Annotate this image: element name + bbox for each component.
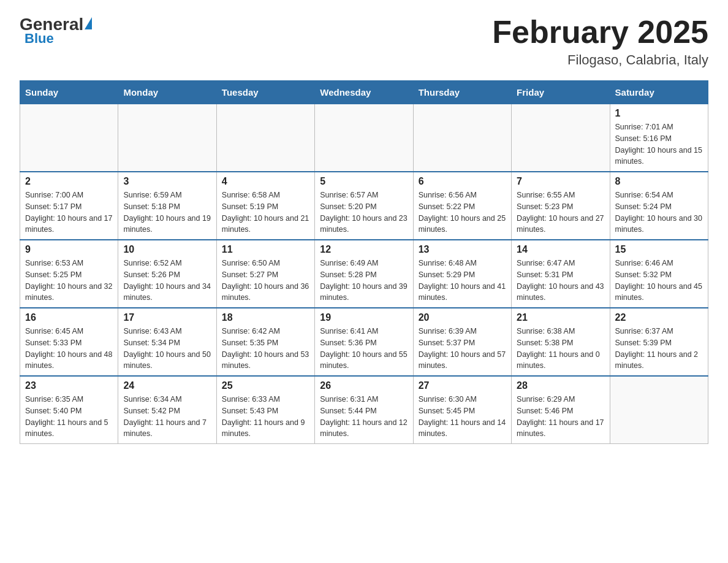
day-number: 12	[320, 244, 408, 255]
calendar-day-cell: 21Sunrise: 6:38 AMSunset: 5:38 PMDayligh…	[512, 308, 610, 376]
day-number: 13	[419, 244, 506, 255]
day-number: 4	[222, 176, 309, 187]
day-info: Sunrise: 6:31 AMSunset: 5:44 PMDaylight:…	[320, 394, 408, 440]
calendar-day-cell: 5Sunrise: 6:57 AMSunset: 5:20 PMDaylight…	[315, 172, 413, 240]
day-info: Sunrise: 6:56 AMSunset: 5:22 PMDaylight:…	[419, 190, 506, 236]
day-info: Sunrise: 6:48 AMSunset: 5:29 PMDaylight:…	[419, 258, 506, 304]
calendar-day-cell	[512, 104, 610, 172]
calendar-day-cell: 1Sunrise: 7:01 AMSunset: 5:16 PMDaylight…	[610, 104, 708, 172]
calendar-day-cell: 11Sunrise: 6:50 AMSunset: 5:27 PMDayligh…	[216, 240, 314, 308]
day-of-week-header: Thursday	[413, 81, 511, 104]
calendar-day-cell: 18Sunrise: 6:42 AMSunset: 5:35 PMDayligh…	[216, 308, 314, 376]
day-number: 10	[123, 244, 211, 255]
calendar-day-cell: 16Sunrise: 6:45 AMSunset: 5:33 PMDayligh…	[20, 308, 118, 376]
calendar-day-cell: 12Sunrise: 6:49 AMSunset: 5:28 PMDayligh…	[315, 240, 413, 308]
day-of-week-header: Sunday	[20, 81, 118, 104]
day-of-week-header: Saturday	[610, 81, 708, 104]
calendar-day-cell	[610, 376, 708, 444]
calendar-table: SundayMondayTuesdayWednesdayThursdayFrid…	[20, 80, 708, 444]
calendar-day-cell: 2Sunrise: 7:00 AMSunset: 5:17 PMDaylight…	[20, 172, 118, 240]
calendar-day-cell	[413, 104, 511, 172]
day-info: Sunrise: 6:50 AMSunset: 5:27 PMDaylight:…	[222, 258, 309, 304]
calendar-day-cell	[118, 104, 216, 172]
day-info: Sunrise: 7:00 AMSunset: 5:17 PMDaylight:…	[25, 190, 113, 236]
month-title: February 2025	[492, 15, 708, 50]
day-info: Sunrise: 6:47 AMSunset: 5:31 PMDaylight:…	[517, 258, 604, 304]
calendar-day-cell: 17Sunrise: 6:43 AMSunset: 5:34 PMDayligh…	[118, 308, 216, 376]
calendar-day-cell: 19Sunrise: 6:41 AMSunset: 5:36 PMDayligh…	[315, 308, 413, 376]
day-number: 16	[25, 312, 113, 323]
calendar-day-cell: 14Sunrise: 6:47 AMSunset: 5:31 PMDayligh…	[512, 240, 610, 308]
day-info: Sunrise: 6:46 AMSunset: 5:32 PMDaylight:…	[615, 258, 703, 304]
day-info: Sunrise: 6:49 AMSunset: 5:28 PMDaylight:…	[320, 258, 408, 304]
calendar-day-cell: 7Sunrise: 6:55 AMSunset: 5:23 PMDaylight…	[512, 172, 610, 240]
day-number: 20	[419, 312, 506, 323]
calendar-day-cell	[216, 104, 314, 172]
day-number: 27	[419, 380, 506, 391]
calendar-day-cell: 23Sunrise: 6:35 AMSunset: 5:40 PMDayligh…	[20, 376, 118, 444]
day-of-week-header: Monday	[118, 81, 216, 104]
logo-blue: Blue	[25, 31, 54, 47]
calendar-week-row: 23Sunrise: 6:35 AMSunset: 5:40 PMDayligh…	[20, 376, 708, 444]
day-number: 18	[222, 312, 309, 323]
day-number: 21	[517, 312, 604, 323]
logo: General Blue	[20, 15, 92, 47]
day-number: 19	[320, 312, 408, 323]
calendar-day-cell: 10Sunrise: 6:52 AMSunset: 5:26 PMDayligh…	[118, 240, 216, 308]
day-info: Sunrise: 7:01 AMSunset: 5:16 PMDaylight:…	[615, 121, 703, 167]
calendar-day-cell: 22Sunrise: 6:37 AMSunset: 5:39 PMDayligh…	[610, 308, 708, 376]
title-block: February 2025 Filogaso, Calabria, Italy	[492, 15, 708, 68]
day-info: Sunrise: 6:43 AMSunset: 5:34 PMDaylight:…	[123, 326, 211, 372]
day-info: Sunrise: 6:54 AMSunset: 5:24 PMDaylight:…	[615, 190, 703, 236]
calendar-week-row: 1Sunrise: 7:01 AMSunset: 5:16 PMDaylight…	[20, 104, 708, 172]
day-number: 22	[615, 312, 703, 323]
day-number: 14	[517, 244, 604, 255]
calendar-day-cell: 24Sunrise: 6:34 AMSunset: 5:42 PMDayligh…	[118, 376, 216, 444]
day-of-week-header: Friday	[512, 81, 610, 104]
day-number: 15	[615, 244, 703, 255]
calendar-day-cell: 27Sunrise: 6:30 AMSunset: 5:45 PMDayligh…	[413, 376, 511, 444]
day-info: Sunrise: 6:58 AMSunset: 5:19 PMDaylight:…	[222, 190, 309, 236]
day-number: 5	[320, 176, 408, 187]
day-of-week-header: Wednesday	[315, 81, 413, 104]
day-number: 2	[25, 176, 113, 187]
day-info: Sunrise: 6:52 AMSunset: 5:26 PMDaylight:…	[123, 258, 211, 304]
location-title: Filogaso, Calabria, Italy	[492, 52, 708, 68]
day-number: 1	[615, 108, 703, 119]
calendar-day-cell: 13Sunrise: 6:48 AMSunset: 5:29 PMDayligh…	[413, 240, 511, 308]
day-number: 17	[123, 312, 211, 323]
calendar-week-row: 9Sunrise: 6:53 AMSunset: 5:25 PMDaylight…	[20, 240, 708, 308]
calendar-day-cell: 28Sunrise: 6:29 AMSunset: 5:46 PMDayligh…	[512, 376, 610, 444]
day-number: 25	[222, 380, 309, 391]
day-of-week-header: Tuesday	[216, 81, 314, 104]
calendar-day-cell	[20, 104, 118, 172]
day-number: 6	[419, 176, 506, 187]
calendar-day-cell: 25Sunrise: 6:33 AMSunset: 5:43 PMDayligh…	[216, 376, 314, 444]
day-info: Sunrise: 6:38 AMSunset: 5:38 PMDaylight:…	[517, 326, 604, 372]
day-number: 9	[25, 244, 113, 255]
day-info: Sunrise: 6:30 AMSunset: 5:45 PMDaylight:…	[419, 394, 506, 440]
calendar-day-cell: 9Sunrise: 6:53 AMSunset: 5:25 PMDaylight…	[20, 240, 118, 308]
calendar-day-cell: 3Sunrise: 6:59 AMSunset: 5:18 PMDaylight…	[118, 172, 216, 240]
calendar-day-cell: 26Sunrise: 6:31 AMSunset: 5:44 PMDayligh…	[315, 376, 413, 444]
day-number: 3	[123, 176, 211, 187]
calendar-day-cell	[315, 104, 413, 172]
day-number: 8	[615, 176, 703, 187]
calendar-week-row: 16Sunrise: 6:45 AMSunset: 5:33 PMDayligh…	[20, 308, 708, 376]
day-info: Sunrise: 6:41 AMSunset: 5:36 PMDaylight:…	[320, 326, 408, 372]
day-number: 23	[25, 380, 113, 391]
calendar-day-cell: 8Sunrise: 6:54 AMSunset: 5:24 PMDaylight…	[610, 172, 708, 240]
logo-triangle-icon	[85, 17, 92, 29]
page-header: General Blue February 2025 Filogaso, Cal…	[20, 15, 708, 68]
calendar-week-row: 2Sunrise: 7:00 AMSunset: 5:17 PMDaylight…	[20, 172, 708, 240]
day-info: Sunrise: 6:35 AMSunset: 5:40 PMDaylight:…	[25, 394, 113, 440]
day-number: 28	[517, 380, 604, 391]
day-info: Sunrise: 6:53 AMSunset: 5:25 PMDaylight:…	[25, 258, 113, 304]
day-info: Sunrise: 6:39 AMSunset: 5:37 PMDaylight:…	[419, 326, 506, 372]
day-info: Sunrise: 6:29 AMSunset: 5:46 PMDaylight:…	[517, 394, 604, 440]
day-number: 7	[517, 176, 604, 187]
day-info: Sunrise: 6:34 AMSunset: 5:42 PMDaylight:…	[123, 394, 211, 440]
day-info: Sunrise: 6:45 AMSunset: 5:33 PMDaylight:…	[25, 326, 113, 372]
day-info: Sunrise: 6:57 AMSunset: 5:20 PMDaylight:…	[320, 190, 408, 236]
day-info: Sunrise: 6:37 AMSunset: 5:39 PMDaylight:…	[615, 326, 703, 372]
